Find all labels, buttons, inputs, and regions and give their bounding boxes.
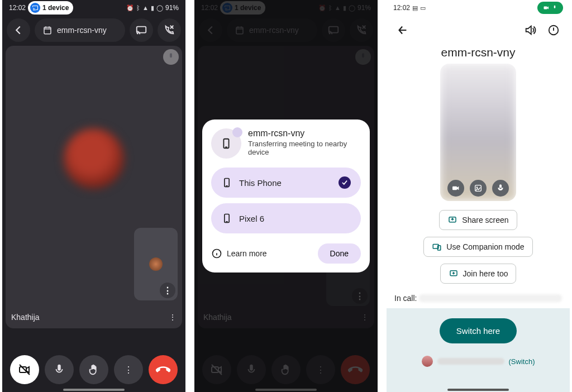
share-screen-button[interactable]: Share screen <box>439 210 517 230</box>
joining-text-redacted <box>437 358 504 365</box>
device-option-label: Pixel 6 <box>239 214 264 223</box>
alarm-icon: ⏰ <box>126 4 134 12</box>
video-stage: ⋮ Khathija ⋮ <box>6 46 182 328</box>
raise-hand-button[interactable] <box>79 355 108 384</box>
svg-rect-0 <box>44 27 51 34</box>
meet-app-icon <box>232 127 242 137</box>
self-preview <box>440 64 516 201</box>
stage-more-button[interactable]: ⋮ <box>169 313 177 322</box>
avatar <box>422 356 433 367</box>
preview-mic-button[interactable] <box>492 180 509 197</box>
speaker-button[interactable] <box>518 18 542 42</box>
done-button[interactable]: Done <box>318 243 361 264</box>
calendar-status-icon: ▤ <box>412 4 418 12</box>
preview-camera-button[interactable] <box>447 180 464 197</box>
participant-name: Khathija <box>11 313 40 322</box>
switch-call-button[interactable] <box>158 18 181 42</box>
end-call-button[interactable] <box>149 355 178 384</box>
wifi-icon: ▲ <box>142 4 149 11</box>
share-screen-icon <box>447 215 457 225</box>
svg-point-14 <box>476 187 477 188</box>
companion-mode-label: Use Companion mode <box>446 242 524 251</box>
back-button[interactable] <box>391 18 414 42</box>
home-indicator[interactable] <box>447 389 509 391</box>
phone-device-icon <box>220 137 232 150</box>
switch-here-button[interactable]: Switch here <box>440 318 517 343</box>
self-avatar <box>149 257 163 271</box>
remote-muted-icon <box>163 49 179 65</box>
device-count-label: 1 device <box>42 4 69 12</box>
in-call-names-redacted <box>419 294 562 302</box>
alert-icon <box>547 24 560 36</box>
more-icon: ⋮ <box>124 365 133 375</box>
mic-icon <box>53 364 65 376</box>
signal-icon: ▮ <box>151 4 154 12</box>
device-option-label: This Phone <box>239 178 282 188</box>
joining-row: (Switch) <box>422 356 535 367</box>
clock: 12:02 <box>9 4 26 12</box>
switch-link[interactable]: (Switch) <box>509 357 535 366</box>
join-options: Share screen Use Companion mode Join her… <box>387 210 570 284</box>
camera-icon <box>451 184 460 193</box>
transfer-title: emm-rcsn-vny <box>248 128 361 138</box>
device-badge <box>211 128 241 159</box>
remote-avatar <box>64 128 124 189</box>
learn-more-label: Learn more <box>227 249 267 258</box>
companion-icon <box>432 242 442 252</box>
meeting-id-chip[interactable]: emm-rcsn-vny <box>35 18 125 42</box>
learn-more-link[interactable]: Learn more <box>211 248 267 259</box>
bluetooth-icon: ᛒ <box>136 4 140 11</box>
device-count-pill[interactable]: 1 device <box>28 1 73 15</box>
switch-here-panel: Switch here (Switch) <box>387 308 570 392</box>
device-option-pixel6[interactable]: Pixel 6 <box>211 203 361 233</box>
battery-icon: ◯ <box>156 4 163 12</box>
speaker-icon <box>524 24 536 36</box>
in-call-label: In call: <box>394 294 417 303</box>
device-status-icon: ▭ <box>420 4 426 12</box>
transfer-modal: emm-rcsn-vny Transferring meeting to nea… <box>202 119 370 273</box>
device-list: This Phone Pixel 6 <box>211 168 361 233</box>
mic-toggle-button[interactable] <box>45 355 74 384</box>
camera-toggle-button[interactable] <box>10 355 39 384</box>
cast-icon <box>30 3 40 13</box>
active-call-indicator[interactable] <box>537 2 563 14</box>
transfer-subtitle: Transferring meeting to nearby device <box>248 140 361 156</box>
camera-icon <box>543 4 550 11</box>
svg-rect-10 <box>544 7 547 9</box>
join-here-too-label: Join here too <box>463 269 508 278</box>
app-bar: emm-rcsn-vny <box>2 16 185 45</box>
cast-button[interactable] <box>130 18 153 42</box>
more-options-button[interactable]: ⋮ <box>114 355 143 384</box>
check-icon <box>339 176 351 189</box>
hangup-icon <box>156 362 170 377</box>
self-video-thumbnail[interactable]: ⋮ <box>134 228 178 300</box>
self-more-button[interactable]: ⋮ <box>160 283 175 298</box>
clock: 12:02 <box>393 4 410 12</box>
report-button[interactable] <box>542 18 565 42</box>
camera-off-icon <box>18 363 31 376</box>
mic-icon <box>496 184 505 193</box>
info-icon <box>211 248 222 259</box>
meeting-id-label: emm-rcsn-vny <box>57 26 107 35</box>
companion-mode-button[interactable]: Use Companion mode <box>423 237 532 257</box>
device-option-this-phone[interactable]: This Phone <box>211 168 361 198</box>
calendar-icon <box>42 25 53 35</box>
phone-in-call: 12:02 1 device ⏰ ᛒ ▲ ▮ ◯ 91% emm-rcsn-vn… <box>2 0 185 392</box>
status-bar: 12:02 ▤ ▭ <box>387 0 570 16</box>
join-icon <box>449 269 459 279</box>
phone-device-icon <box>221 177 232 188</box>
phone-join-screen: 12:02 ▤ ▭ emm-rcsn-vny <box>387 0 570 392</box>
home-indicator[interactable] <box>63 389 125 391</box>
preview-effects-button[interactable] <box>470 180 487 197</box>
phone-device-icon <box>221 213 232 224</box>
join-here-too-button[interactable]: Join here too <box>440 264 517 284</box>
svg-rect-12 <box>452 187 457 190</box>
battery-label: 91% <box>165 4 179 12</box>
back-button[interactable] <box>7 18 30 42</box>
phone-transfer-modal: 12:02 1 device ⏰ ᛒ ▲ ▮ ◯ 91% emm-rcsn-vn… <box>194 0 378 392</box>
status-bar: 12:02 1 device ⏰ ᛒ ▲ ▮ ◯ 91% <box>2 0 185 16</box>
effects-icon <box>474 184 483 193</box>
app-bar <box>387 16 570 45</box>
meeting-title: emm-rcsn-vny <box>387 46 570 59</box>
call-controls: ⋮ <box>2 353 185 386</box>
